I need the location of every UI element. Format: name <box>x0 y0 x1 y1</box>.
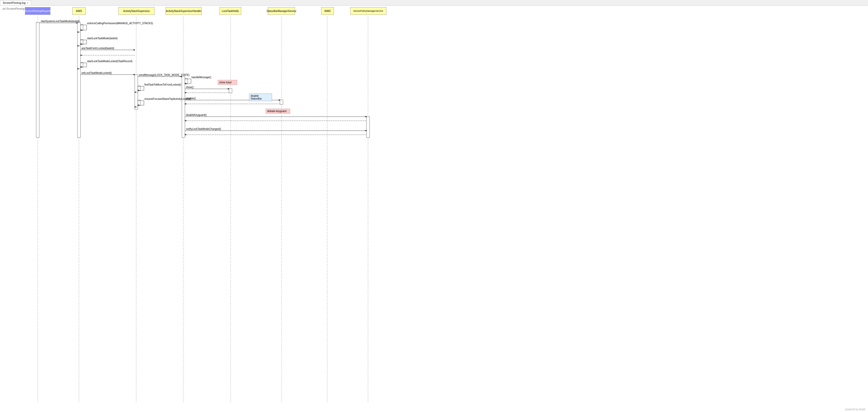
svg-marker-69 <box>138 90 140 91</box>
svg-text:disableKeyguard(): disableKeyguard() <box>186 114 207 116</box>
svg-text:enforceCallingPermission(MANAG: enforceCallingPermission(MANAGE_ACTIVITY… <box>87 22 153 25</box>
svg-rect-12 <box>81 62 83 67</box>
svg-marker-74 <box>278 99 280 101</box>
svg-marker-34 <box>81 43 83 45</box>
svg-marker-65 <box>185 92 187 93</box>
svg-marker-49 <box>78 68 80 69</box>
diagram-svg: startSystemLockTaskMode(taskId) enforceC… <box>0 0 868 412</box>
svg-rect-17 <box>185 78 187 84</box>
lifeline-ScreenPinningRequest: ScreenPinningRequest <box>25 7 51 15</box>
svg-marker-89 <box>185 120 187 122</box>
lifeline-WMS: WMS <box>321 7 334 15</box>
svg-text:disable(): disable() <box>186 97 196 100</box>
svg-marker-84 <box>135 106 137 108</box>
svg-rect-9 <box>78 23 81 137</box>
svg-marker-51 <box>133 74 135 75</box>
svg-marker-62 <box>227 88 229 90</box>
svg-rect-18 <box>229 89 232 93</box>
tab-bar: ScreenPinning.log × <box>0 0 868 6</box>
svg-rect-19 <box>280 100 283 104</box>
svg-text:startSystemLockTaskMode(taskId: startSystemLockTaskMode(taskId) <box>41 20 80 23</box>
svg-marker-27 <box>81 29 83 31</box>
svg-marker-22 <box>75 22 78 24</box>
lifeline-ActivityStackSupervisor: ActivityStackSupervisor <box>118 7 155 15</box>
svg-marker-46 <box>81 66 83 68</box>
note-show-toast: show toast <box>218 80 237 85</box>
diagram-container: ScreenPinning.log × sd ScreenPinning.log <box>0 0 868 412</box>
svg-text:notifyLockTaskModeChanged(): notifyLockTaskModeChanged() <box>186 128 221 130</box>
svg-marker-86 <box>365 116 367 117</box>
svg-rect-11 <box>81 39 83 44</box>
lifeline-StatusBarManagerService: StatusBarManagerService <box>268 7 295 15</box>
svg-rect-10 <box>81 25 83 31</box>
lifeline-AMS: AMS <box>72 7 86 15</box>
note-disable-keyguard: disbale keyguard <box>266 109 290 114</box>
svg-marker-42 <box>81 55 83 56</box>
svg-marker-81 <box>138 104 140 106</box>
svg-rect-13 <box>135 74 138 109</box>
svg-rect-16 <box>182 76 185 137</box>
lifeline-LockTaskNotify: LockTaskNotify <box>220 7 241 15</box>
svg-marker-77 <box>185 103 187 105</box>
svg-text:startLockTaskModeLocked(TaskRe: startLockTaskModeLocked(TaskRecord) <box>87 60 132 63</box>
lifeline-ActivityStackSupervisorHandler: ActivityStackSupervisorHandler <box>165 7 202 15</box>
svg-marker-91 <box>365 130 367 131</box>
note-disable-statusbar: disable StatusBar <box>249 93 272 101</box>
svg-text:findTaskToMoveToFrontLocked(): findTaskToMoveToFrontLocked() <box>145 83 181 86</box>
tab-label: ScreenPinning.log <box>3 1 26 4</box>
svg-marker-39 <box>133 49 135 51</box>
svg-text:handleMessage(): handleMessage() <box>191 76 211 79</box>
svg-text:setLockTaskModeLocked(): setLockTaskModeLocked() <box>82 71 112 74</box>
svg-rect-8 <box>36 23 39 137</box>
tab-screenPinning[interactable]: ScreenPinning.log × <box>0 0 31 5</box>
svg-rect-14 <box>138 86 140 91</box>
svg-text:show(): show() <box>186 86 193 89</box>
svg-marker-30 <box>78 31 80 33</box>
svg-rect-15 <box>138 100 140 106</box>
lifeline-DevicePolicyManagerService: DevicePolicyManagerService <box>350 7 386 15</box>
svg-marker-94 <box>185 134 187 135</box>
svg-marker-72 <box>135 91 137 93</box>
svg-text:anyTaskForId.Locked(taskId): anyTaskForId.Locked(taskId) <box>82 47 114 50</box>
svg-marker-54 <box>180 76 182 77</box>
svg-marker-59 <box>185 83 187 84</box>
close-icon[interactable]: × <box>27 2 28 4</box>
svg-rect-20 <box>367 117 370 137</box>
powered-by: powered by Astah <box>845 408 866 411</box>
svg-marker-37 <box>78 45 80 46</box>
svg-text:sendMessage(LOCK_TASK_MODE_STA: sendMessage(LOCK_TASK_MODE_STATE) <box>139 73 189 76</box>
svg-text:startLockTaskMode(taskId): startLockTaskMode(taskId) <box>87 37 118 40</box>
svg-text:resumeFocusedStackTopActivityL: resumeFocusedStackTopActivityLocked() <box>145 97 191 100</box>
